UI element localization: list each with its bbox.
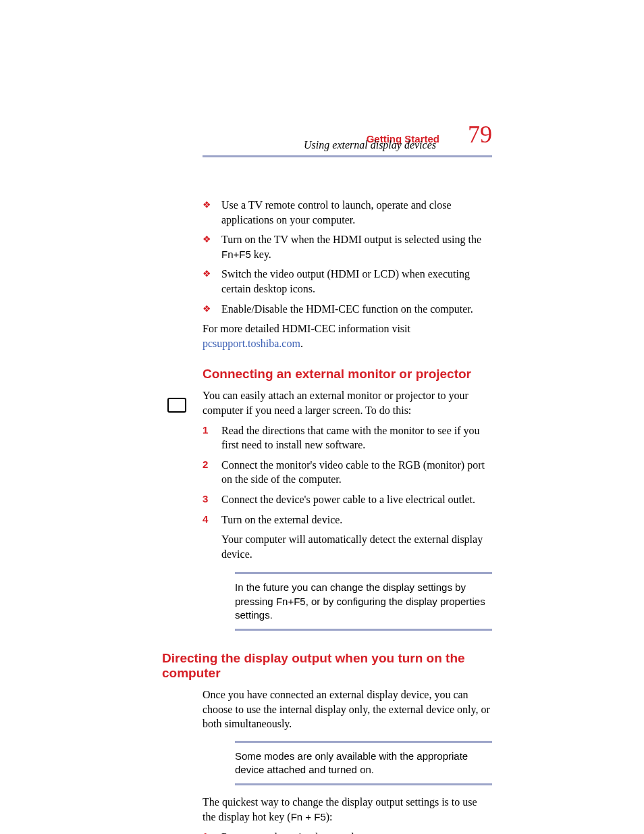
list-item: ❖ Enable/Disable the HDMI-CEC function o… xyxy=(203,302,492,317)
steps-list: 1 Read the directions that came with the… xyxy=(203,423,492,527)
hotkey-paragraph: The quickest way to change the display o… xyxy=(203,795,492,824)
diamond-bullet-icon: ❖ xyxy=(203,232,221,261)
bullet-text: Use a TV remote control to launch, opera… xyxy=(221,198,492,227)
diamond-bullet-icon: ❖ xyxy=(203,267,221,296)
step-number: 1 xyxy=(203,423,221,452)
step-number: 3 xyxy=(203,492,221,507)
diamond-bullet-icon: ❖ xyxy=(203,302,221,317)
feature-bullet-list: ❖ Use a TV remote control to launch, ope… xyxy=(203,198,492,316)
after-step-note: Your computer will automatically detect … xyxy=(221,532,492,561)
step-text: Turn on the external device. xyxy=(221,513,492,527)
step-text: Connect the monitor's video cable to the… xyxy=(221,458,492,487)
note-callout: Some modes are only available with the a… xyxy=(235,741,492,786)
list-item: ❖ Switch the video output (HDMI or LCD) … xyxy=(203,267,492,296)
header-rule xyxy=(203,155,492,157)
bullet-text: Enable/Disable the HDMI-CEC function on … xyxy=(221,302,492,317)
page-number: 79 xyxy=(468,120,492,149)
section-title-header: Using external display devices xyxy=(0,139,644,151)
steps-list-2: 1 Press Fn and F5 simultaneously. xyxy=(203,830,492,835)
step-number: 2 xyxy=(203,458,221,487)
section1-intro: You can easily attach an external monito… xyxy=(203,388,492,417)
step-text: Connect the device's power cable to a li… xyxy=(221,492,492,507)
step-number: 4 xyxy=(203,513,221,527)
step-text: Read the directions that came with the m… xyxy=(221,423,492,452)
list-item: ❖ Turn on the TV when the HDMI output is… xyxy=(203,232,492,261)
support-link[interactable]: pcsupport.toshiba.com xyxy=(203,338,300,349)
list-item: 1 Read the directions that came with the… xyxy=(203,423,492,452)
bullet-text: Turn on the TV when the HDMI output is s… xyxy=(221,232,492,261)
more-info-paragraph: For more detailed HDMI-CEC information v… xyxy=(203,321,492,350)
list-item: 2 Connect the monitor's video cable to t… xyxy=(203,458,492,487)
bullet-text: Switch the video output (HDMI or LCD) wh… xyxy=(221,267,492,296)
document-page: Getting Started 79 Using external displa… xyxy=(0,0,644,834)
list-item: ❖ Use a TV remote control to launch, ope… xyxy=(203,198,492,227)
heading-directing-display: Directing the display output when you tu… xyxy=(162,651,492,681)
note-callout: In the future you can change the display… xyxy=(235,572,492,631)
list-item: 1 Press Fn and F5 simultaneously. xyxy=(203,830,492,835)
monitor-port-icon xyxy=(167,398,186,413)
heading-connecting-monitor: Connecting an external monitor or projec… xyxy=(203,367,492,382)
step-text: Press Fn and F5 simultaneously. xyxy=(221,830,492,835)
diamond-bullet-icon: ❖ xyxy=(203,198,221,227)
list-item: 3 Connect the device's power cable to a … xyxy=(203,492,492,507)
list-item: 4 Turn on the external device. xyxy=(203,513,492,527)
section2-intro: Once you have connected an external disp… xyxy=(203,687,492,731)
step-number: 1 xyxy=(203,830,221,835)
